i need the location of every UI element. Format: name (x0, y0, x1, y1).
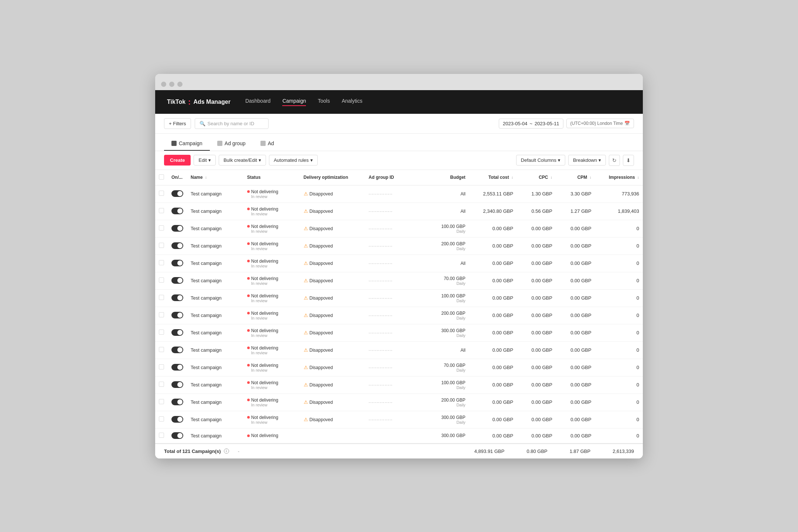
warning-icon: ⚠ (304, 260, 308, 266)
footer-info-icon[interactable]: i (224, 449, 229, 454)
row-campaign-name[interactable]: Test campaign (187, 255, 243, 272)
row-campaign-name[interactable]: Test campaign (187, 393, 243, 411)
row-checkbox-3[interactable] (159, 243, 164, 248)
row-checkbox-1[interactable] (159, 208, 164, 213)
search-box[interactable]: 🔍 Search by name or ID (195, 118, 269, 129)
row-impressions: 0 (595, 289, 643, 307)
row-checkbox-10[interactable] (159, 364, 164, 369)
nav-link-campaign[interactable]: Campaign (282, 98, 306, 106)
tab-campaign[interactable]: Campaign (164, 137, 210, 151)
th-delivery: Delivery optimization (300, 170, 365, 185)
nav-link-analytics[interactable]: Analytics (342, 98, 362, 106)
row-checkbox-8[interactable] (159, 330, 164, 335)
row-checkbox-12[interactable] (159, 399, 164, 404)
table-header-row: On/... Name ↕ Status Delivery optimizati… (155, 170, 643, 185)
tab-adgroup[interactable]: Ad group (210, 137, 253, 151)
row-impressions: 0 (595, 237, 643, 255)
edit-button[interactable]: Edit ▾ (194, 155, 215, 166)
download-button[interactable]: ⬇ (623, 155, 634, 166)
row-toggle-7[interactable] (171, 312, 183, 318)
row-campaign-name[interactable]: Test campaign (187, 272, 243, 289)
status-sub: In review (251, 264, 296, 268)
row-campaign-name[interactable]: Test campaign (187, 220, 243, 237)
refresh-button[interactable]: ↻ (609, 155, 620, 166)
row-toggle-6[interactable] (171, 294, 183, 301)
row-toggle-9[interactable] (171, 347, 183, 353)
row-checkbox-11[interactable] (159, 382, 164, 387)
row-checkbox-0[interactable] (159, 191, 164, 196)
row-campaign-name[interactable]: Test campaign (187, 289, 243, 307)
table-row: Test campaignNot deliveringIn review⚠Dis… (155, 289, 643, 307)
status-sub: In review (251, 246, 296, 251)
status-sub: In review (251, 194, 296, 199)
row-checkbox-9[interactable] (159, 347, 164, 352)
row-toggle-3[interactable] (171, 242, 183, 249)
create-button[interactable]: Create (164, 155, 191, 166)
bulk-create-button[interactable]: Bulk create/Edit ▾ (219, 155, 266, 166)
row-checkbox-2[interactable] (159, 225, 164, 231)
row-toggle-4[interactable] (171, 260, 183, 266)
default-columns-button[interactable]: Default Columns ▾ (516, 155, 565, 166)
row-campaign-name[interactable]: Test campaign (187, 428, 243, 443)
tab-ad[interactable]: Ad (253, 137, 282, 151)
row-campaign-name[interactable]: Test campaign (187, 359, 243, 376)
row-toggle-2[interactable] (171, 225, 183, 232)
row-budget: 70.00 GBPDaily (426, 359, 469, 376)
row-toggle-11[interactable] (171, 381, 183, 388)
row-status: Not deliveringIn review (243, 307, 300, 324)
row-toggle-10[interactable] (171, 364, 183, 371)
row-cpc: 0.00 GBP (517, 324, 556, 341)
th-status: Status (243, 170, 300, 185)
th-name[interactable]: Name ↕ (187, 170, 243, 185)
row-campaign-name[interactable]: Test campaign (187, 237, 243, 255)
row-campaign-name[interactable]: Test campaign (187, 376, 243, 393)
status-sub: In review (251, 281, 296, 286)
row-toggle-8[interactable] (171, 329, 183, 336)
th-cpc[interactable]: CPC ↕ (517, 170, 556, 185)
status-dot-icon (247, 312, 250, 314)
timezone-info[interactable]: (UTC+00:00) London Time 📅 (566, 119, 634, 128)
breakdown-button[interactable]: Breakdown ▾ (568, 155, 606, 166)
row-toggle-13[interactable] (171, 416, 183, 423)
row-cpm: 0.00 GBP (556, 272, 595, 289)
row-cpm: 1.27 GBP (556, 202, 595, 220)
row-checkbox-14[interactable] (159, 433, 164, 438)
row-checkbox-5[interactable] (159, 277, 164, 283)
nav-link-dashboard[interactable]: Dashboard (245, 98, 271, 106)
nav-logo-brand: TikTok (167, 99, 185, 105)
row-impressions: 0 (595, 376, 643, 393)
th-total-cost[interactable]: Total cost ↕ (469, 170, 517, 185)
nav-logo: TikTok:Ads Manager (167, 97, 231, 107)
th-impressions[interactable]: Impressions ↕ (595, 170, 643, 185)
filter-button[interactable]: + Filters (164, 118, 191, 129)
date-range[interactable]: 2023-05-04 ~ 2023-05-11 (499, 119, 563, 129)
row-toggle-0[interactable] (171, 190, 183, 197)
row-toggle-14[interactable] (171, 432, 183, 439)
row-checkbox-4[interactable] (159, 260, 164, 265)
row-campaign-name[interactable]: Test campaign (187, 202, 243, 220)
status-sub: In review (251, 212, 296, 216)
browser-dot-yellow (169, 82, 174, 87)
row-status: Not deliveringIn review (243, 220, 300, 237)
select-all-checkbox[interactable] (159, 174, 164, 180)
row-toggle-5[interactable] (171, 277, 183, 284)
row-campaign-name[interactable]: Test campaign (187, 185, 243, 202)
row-ad-group-id (365, 428, 426, 443)
row-checkbox-7[interactable] (159, 312, 164, 317)
row-campaign-name[interactable]: Test campaign (187, 307, 243, 324)
row-ad-group-id: ··············· (365, 324, 426, 341)
th-cpm[interactable]: CPM ↕ (556, 170, 595, 185)
row-campaign-name[interactable]: Test campaign (187, 411, 243, 428)
automated-rules-button[interactable]: Automated rules ▾ (269, 155, 318, 166)
tab-adgroup-label: Ad group (225, 140, 246, 146)
nav-link-tools[interactable]: Tools (318, 98, 330, 106)
impressions-sort-icon: ↕ (637, 175, 639, 180)
row-checkbox-6[interactable] (159, 295, 164, 300)
row-campaign-name[interactable]: Test campaign (187, 324, 243, 341)
warning-icon: ⚠ (304, 243, 308, 249)
row-checkbox-13[interactable] (159, 416, 164, 422)
row-toggle-12[interactable] (171, 399, 183, 405)
row-campaign-name[interactable]: Test campaign (187, 341, 243, 359)
row-impressions: 0 (595, 220, 643, 237)
row-toggle-1[interactable] (171, 208, 183, 214)
